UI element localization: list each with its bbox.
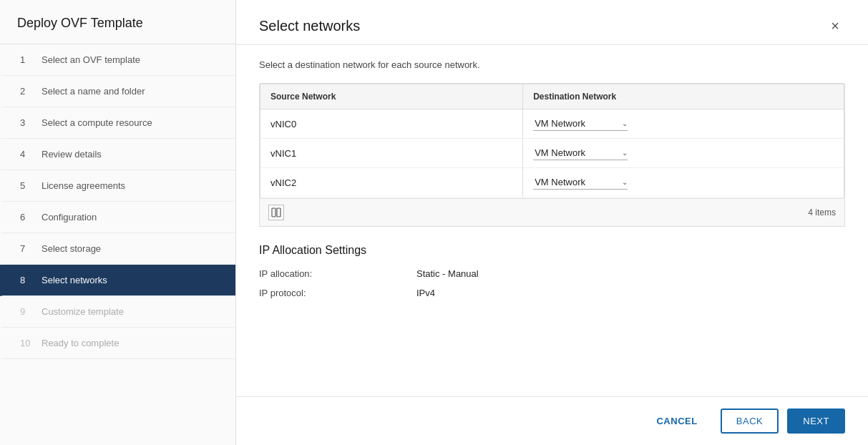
step-label-6: Configuration (42, 212, 97, 222)
dest-select-wrapper: VM Network ⌄ (533, 146, 628, 160)
main-header: Select networks × (236, 0, 868, 45)
step-num-4: 4 (20, 149, 33, 160)
step-num-2: 2 (20, 86, 33, 97)
step-num-7: 7 (20, 243, 33, 254)
dest-select-wrapper: VM Network ⌄ (533, 117, 628, 131)
dest-network-cell: VM Network ⌄ (523, 197, 844, 199)
network-table-wrapper: Source Network Destination Network vNIC0… (259, 83, 845, 199)
svg-rect-1 (277, 208, 281, 217)
columns-icon[interactable] (268, 205, 284, 220)
step-num-3: 3 (20, 117, 33, 128)
dest-network-cell: VM Network ⌄ (523, 109, 844, 139)
close-button[interactable]: × (825, 16, 845, 36)
network-table: Source Network Destination Network vNIC0… (260, 84, 844, 198)
step-label-1: Select an OVF template (42, 54, 140, 65)
sidebar-step-7[interactable]: 7 Select storage (0, 233, 235, 265)
sidebar-step-6[interactable]: 6 Configuration (0, 202, 235, 233)
sidebar-step-9: 9 Customize template (0, 296, 235, 328)
step-label-2: Select a name and folder (42, 86, 145, 97)
main-footer: CANCEL BACK NEXT (236, 396, 868, 445)
subtitle: Select a destination network for each so… (259, 59, 845, 70)
dest-network-select[interactable]: VM Network (533, 175, 619, 189)
dest-network-select[interactable]: VM Network (533, 146, 619, 160)
sidebar-step-5[interactable]: 5 License agreements (0, 170, 235, 202)
ip-value: Static - Manual (416, 268, 479, 279)
main-body: Select a destination network for each so… (236, 45, 868, 396)
chevron-down-icon: ⌄ (622, 178, 628, 186)
deploy-ovf-dialog: Deploy OVF Template 1 Select an OVF temp… (0, 0, 868, 445)
step-label-9: Customize template (42, 306, 124, 317)
sidebar-step-4[interactable]: 4 Review details (0, 139, 235, 170)
table-row: vNIC0 VM Network ⌄ (260, 109, 844, 139)
source-network-cell: vNIC3 (260, 197, 523, 199)
dest-network-cell: VM Network ⌄ (523, 168, 844, 197)
dest-select-wrapper: VM Network ⌄ (533, 175, 628, 190)
step-label-5: License agreements (42, 180, 125, 191)
sidebar-step-1[interactable]: 1 Select an OVF template (0, 44, 235, 76)
sidebar-steps: 1 Select an OVF template 2 Select a name… (0, 44, 235, 445)
table-row: vNIC3 VM Network ⌄ (260, 197, 844, 199)
step-label-10: Ready to complete (42, 338, 119, 348)
ip-label: IP allocation: (259, 268, 416, 279)
sidebar-step-8[interactable]: 8 Select networks (0, 265, 235, 296)
step-num-10: 10 (20, 338, 33, 348)
back-button[interactable]: BACK (721, 409, 779, 434)
next-button[interactable]: NEXT (787, 409, 845, 434)
step-label-7: Select storage (42, 243, 101, 254)
table-footer-icons (268, 205, 284, 220)
step-label-8: Select networks (42, 275, 107, 285)
step-num-6: 6 (20, 212, 33, 222)
step-label-3: Select a compute resource (42, 117, 152, 128)
ip-row: IP allocation: Static - Manual (259, 268, 845, 279)
main-title: Select networks (259, 18, 360, 34)
ip-label: IP protocol: (259, 288, 416, 298)
ip-row: IP protocol: IPv4 (259, 288, 845, 298)
sidebar-step-2[interactable]: 2 Select a name and folder (0, 76, 235, 107)
ip-value: IPv4 (416, 288, 435, 298)
dest-network-cell: VM Network ⌄ (523, 139, 844, 168)
chevron-down-icon: ⌄ (622, 119, 628, 127)
step-num-9: 9 (20, 306, 33, 317)
sidebar-title: Deploy OVF Template (0, 0, 235, 44)
table-row: vNIC2 VM Network ⌄ (260, 168, 844, 197)
step-label-4: Review details (42, 149, 102, 160)
col-dest-header: Destination Network (523, 84, 844, 109)
source-network-cell: vNIC0 (260, 109, 523, 139)
table-footer: 4 items (259, 199, 845, 227)
svg-rect-0 (272, 208, 275, 217)
step-num-5: 5 (20, 180, 33, 191)
chevron-down-icon: ⌄ (622, 149, 628, 157)
sidebar: Deploy OVF Template 1 Select an OVF temp… (0, 0, 236, 445)
table-row: vNIC1 VM Network ⌄ (260, 139, 844, 168)
step-num-1: 1 (20, 54, 33, 65)
table-scroll[interactable]: Source Network Destination Network vNIC0… (260, 84, 844, 198)
source-network-cell: vNIC1 (260, 139, 523, 168)
ip-allocation-table: IP allocation: Static - Manual IP protoc… (259, 268, 845, 298)
cancel-button[interactable]: CANCEL (642, 410, 711, 432)
source-network-cell: vNIC2 (260, 168, 523, 197)
items-count: 4 items (808, 207, 836, 217)
col-source-header: Source Network (260, 84, 523, 109)
sidebar-step-3[interactable]: 3 Select a compute resource (0, 107, 235, 139)
main-panel: Select networks × Select a destination n… (236, 0, 868, 445)
step-num-8: 8 (20, 275, 33, 285)
dest-network-select[interactable]: VM Network (533, 117, 619, 130)
ip-allocation-title: IP Allocation Settings (259, 244, 845, 257)
sidebar-step-10: 10 Ready to complete (0, 328, 235, 359)
